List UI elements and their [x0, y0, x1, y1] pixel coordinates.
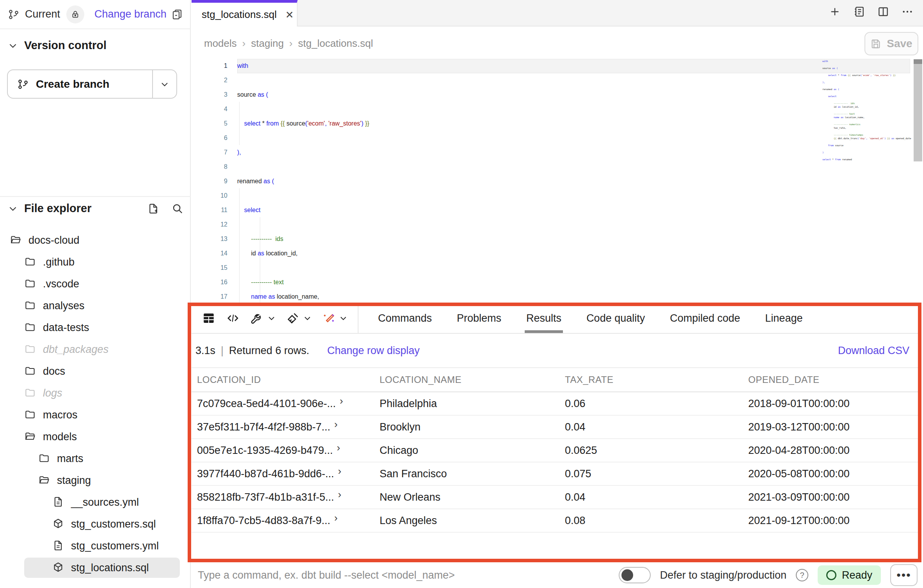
chevron-down-icon[interactable] — [8, 204, 18, 214]
results-tab-results[interactable]: Results — [525, 303, 563, 333]
copy-icon[interactable] — [171, 9, 183, 20]
breadcrumb-models[interactable]: models — [204, 37, 237, 50]
cell-location-id[interactable]: 3977f440-b87d-461b-9dd6-...› — [197, 468, 380, 480]
code-line-17[interactable]: name as location_name, — [237, 289, 369, 304]
split-editor-icon[interactable] — [877, 5, 889, 18]
search-icon[interactable] — [172, 203, 183, 214]
folder-icon — [38, 452, 51, 465]
defer-toggle[interactable] — [619, 567, 651, 583]
cell-location-id[interactable]: 005e7e1c-1935-4269-b479...› — [197, 445, 380, 457]
file-tree-item-logs[interactable]: logs — [0, 382, 191, 404]
cell-location-id[interactable]: 37e5f311-b7f4-4f2f-988b-7...› — [197, 421, 380, 433]
chevron-down-icon — [303, 314, 312, 322]
code-line-12[interactable] — [237, 217, 369, 232]
file-tree-item-marts[interactable]: marts — [0, 448, 191, 469]
file-tree-item-stg-locations-sql[interactable]: stg_locations.sql — [0, 557, 191, 579]
file-tree-item-stg-customers-sql[interactable]: stg_customers.sql — [0, 513, 191, 535]
results-tab-code-quality[interactable]: Code quality — [585, 303, 646, 333]
expand-cell-icon[interactable]: › — [338, 489, 341, 501]
file-tree-item--sources-yml[interactable]: __sources.yml — [0, 491, 191, 513]
expand-cell-icon[interactable]: › — [338, 465, 341, 477]
download-csv-link[interactable]: Download CSV — [838, 345, 909, 357]
save-button[interactable]: Save — [864, 32, 918, 55]
results-tab-commands[interactable]: Commands — [376, 303, 433, 333]
code-line-10[interactable] — [237, 188, 369, 203]
code-line-6[interactable] — [237, 131, 369, 145]
code-line-5[interactable]: select * from {{ source('ecom', 'raw_sto… — [237, 116, 369, 131]
code-line-15[interactable] — [237, 260, 369, 275]
format-dropdown[interactable] — [286, 311, 312, 325]
code-line-14[interactable]: id as location_id, — [237, 246, 369, 260]
command-input[interactable] — [198, 569, 549, 581]
file-tree-item-macros[interactable]: macros — [0, 404, 191, 426]
bottom-more-button[interactable]: ••• — [890, 564, 918, 586]
cell-location-id[interactable]: 1f8ffa70-7cb5-4d83-8a7f-9...› — [197, 515, 380, 527]
compile-code-icon[interactable] — [226, 311, 240, 325]
code-line-1[interactable]: with — [237, 58, 369, 73]
changelog-icon[interactable] — [853, 5, 865, 18]
table-row[interactable]: 3977f440-b87d-461b-9dd6-...›San Francisc… — [192, 462, 918, 486]
code-line-7[interactable]: ), — [237, 145, 369, 159]
file-tree-item--github[interactable]: .github — [0, 251, 191, 273]
expand-cell-icon[interactable]: › — [337, 442, 340, 454]
new-file-icon[interactable] — [147, 203, 159, 214]
breadcrumb-staging[interactable]: staging — [251, 37, 284, 50]
expand-cell-icon[interactable]: › — [334, 418, 338, 430]
file-tree-item--vscode[interactable]: .vscode — [0, 273, 191, 295]
code-line-16[interactable]: ---------- text — [237, 275, 369, 289]
code-line-4[interactable] — [237, 102, 369, 116]
code-content[interactable]: with source as ( select * from {{ source… — [237, 58, 369, 304]
file-tree-item-models[interactable]: models — [0, 426, 191, 448]
file-tree-item-data-tests[interactable]: data-tests — [0, 317, 191, 338]
results-tab-lineage[interactable]: Lineage — [763, 303, 804, 333]
tab-stg-locations[interactable]: stg_locations.sql ✕ — [192, 0, 298, 27]
change-branch-link[interactable]: Change branch — [94, 8, 167, 20]
code-line-9[interactable]: renamed as ( — [237, 174, 369, 188]
cell-opened-date: 2020-04-28T00:00:00 — [748, 445, 918, 457]
help-icon[interactable]: ? — [796, 569, 808, 581]
change-row-display-link[interactable]: Change row display — [327, 345, 420, 357]
code-line-3[interactable]: source as ( — [237, 87, 369, 102]
expand-cell-icon[interactable]: › — [334, 512, 338, 524]
create-branch-button[interactable]: Create branch — [7, 69, 177, 99]
ai-assist-dropdown[interactable] — [322, 311, 348, 325]
create-branch-dropdown[interactable] — [152, 70, 176, 98]
file-tree-item-dbt-packages[interactable]: dbt_packages — [0, 338, 191, 360]
close-icon[interactable]: ✕ — [285, 10, 294, 20]
more-options-icon[interactable] — [901, 5, 914, 18]
results-tab-problems[interactable]: Problems — [455, 303, 503, 333]
file-tree-item-stg-customers-yml[interactable]: stg_customers.yml — [0, 535, 191, 557]
cell-location-id[interactable]: 858218fb-73f7-4b1b-a31f-5...› — [197, 491, 380, 503]
table-row[interactable]: 858218fb-73f7-4b1b-a31f-5...›New Orleans… — [192, 486, 918, 509]
file-tree-item-docs-cloud[interactable]: docs-cloud — [0, 229, 191, 251]
file-name: stg_customers.sql — [71, 518, 156, 530]
code-line-8[interactable] — [237, 159, 369, 174]
file-tree-item-analyses[interactable]: analyses — [0, 295, 191, 317]
preview-table-icon[interactable] — [202, 311, 216, 325]
sidebar-divider — [0, 196, 191, 197]
expand-cell-icon[interactable]: › — [340, 395, 343, 407]
editor-scrollbar[interactable] — [914, 59, 922, 161]
table-row[interactable]: 37e5f311-b7f4-4f2f-988b-7...›Brooklyn0.0… — [192, 416, 918, 439]
file-tree-item-docs[interactable]: docs — [0, 360, 191, 382]
new-tab-icon[interactable] — [829, 5, 841, 18]
code-line-2[interactable] — [237, 73, 369, 87]
line-numbers: 1234567891011121314151617 — [192, 58, 227, 304]
breadcrumb-file[interactable]: stg_locations.sql — [298, 37, 373, 50]
code-line-13[interactable]: ---------- ids — [237, 232, 369, 246]
folder-icon — [24, 387, 37, 399]
cell-location-id[interactable]: 7c079cea-5ed4-4101-906e-...› — [197, 398, 380, 410]
branch-locked-badge — [66, 5, 84, 23]
table-row[interactable]: 7c079cea-5ed4-4101-906e-...›Philadelphia… — [192, 392, 918, 416]
file-name: marts — [57, 453, 83, 465]
build-dropdown[interactable] — [250, 311, 276, 325]
table-row[interactable]: 1f8ffa70-7cb5-4d83-8a7f-9...›Los Angeles… — [192, 509, 918, 533]
results-info-row: 3.1s | Returned 6 rows. Change row displ… — [192, 334, 918, 367]
cell-location-name: Los Angeles — [380, 515, 565, 527]
file-name: .github — [43, 256, 75, 268]
results-tab-compiled-code[interactable]: Compiled code — [668, 303, 742, 333]
table-row[interactable]: 005e7e1c-1935-4269-b479...›Chicago0.0625… — [192, 439, 918, 462]
version-control-section-header[interactable]: Version control — [8, 39, 106, 52]
code-line-11[interactable]: select — [237, 203, 369, 217]
file-tree-item-staging[interactable]: staging — [0, 469, 191, 491]
